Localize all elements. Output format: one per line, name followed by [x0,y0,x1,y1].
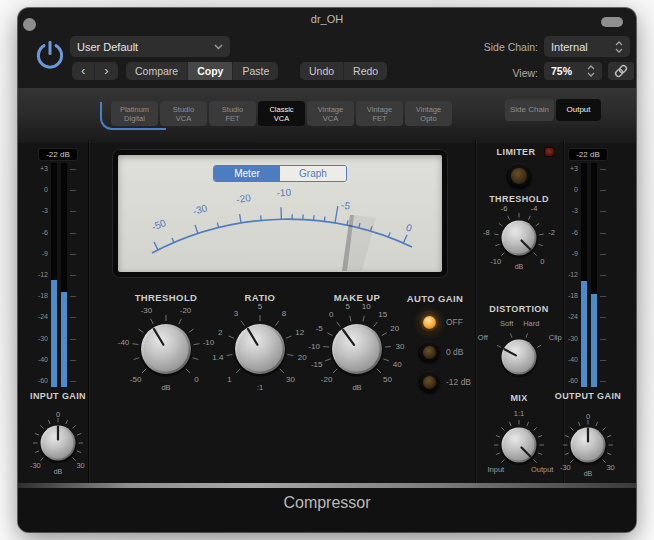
side-chain-button[interactable]: Side Chain [505,99,554,121]
window-close-button[interactable] [23,18,36,31]
led-on [423,316,436,329]
compare-button[interactable]: Compare [126,62,188,80]
tab-studio-fet[interactable]: StudioFET [209,101,256,126]
svg-text:3: 3 [234,309,239,318]
svg-text:30: 30 [286,375,295,384]
window-zoom-widget[interactable] [601,17,623,27]
meter-tick [70,233,76,234]
vu-scale-label: -50 [150,217,168,233]
plugin-window: dr_OH User Default Side Chain: Internal … [18,8,636,532]
meter-tick [70,275,76,276]
meter-tick [70,381,76,382]
meter-scale-label: -40 [26,356,48,364]
output-level-display: -22 dB [569,149,607,160]
svg-text:1: 1 [227,375,232,384]
meter-tick [600,211,606,212]
output-button[interactable]: Output [556,99,601,121]
meter-tick [70,169,76,170]
meter-scale-label: +3 [556,165,578,173]
prev-preset-button[interactable]: ‹ [72,62,95,80]
svg-text:30: 30 [76,461,84,470]
knob-dial: -6-4-8-2-100dB [469,188,569,288]
svg-text:40: 40 [393,360,402,369]
footer-bar: Compressor [18,488,636,532]
svg-text:1.4: 1.4 [212,353,224,362]
meter-bar [581,281,587,387]
view-zoom-value: 75% [551,65,572,77]
meter-scale-label: 0 [26,186,48,194]
compare-copy-paste-group: Compare Copy Paste [126,62,278,80]
side-chain-dropdown[interactable]: Internal [544,36,630,57]
tab-vintage-vca[interactable]: VintageVCA [307,101,354,126]
limiter-threshold-knob[interactable]: -6-4-8-2-100dB [469,188,569,292]
vu-display: MeterGraph -50-30-20-10-50 [113,150,447,277]
tab-vintage-opto[interactable]: VintageOpto [405,101,452,126]
limiter-button[interactable] [506,163,532,189]
meter-scale-label: +3 [26,165,48,173]
view-zoom-select[interactable]: 75% [544,62,602,80]
next-preset-button[interactable]: › [95,62,117,80]
ratio-knob[interactable]: 11.42358122030:1 [204,293,316,409]
knob-dial: 11.42358122030:1 [204,293,316,405]
vu-scale-label: -30 [192,202,209,217]
undo-button[interactable]: Undo [300,62,344,80]
svg-text:-5: -5 [316,324,324,333]
meter-scale-label: -3 [26,207,48,215]
view-label: View: [448,64,538,82]
vu-meter-scale: -50-30-20-10-50 [118,155,442,272]
meter-tick [70,317,76,318]
screen-background: dr_OH User Default Side Chain: Internal … [0,0,654,540]
meter-tick [600,254,606,255]
tab-studio-vca[interactable]: StudioVCA [160,101,207,126]
auto-gain-led-off[interactable] [418,311,440,333]
meter-scale-label: -18 [26,292,48,300]
svg-text:Off: Off [478,333,489,342]
knob-dial: 0-3030dB [538,395,636,495]
svg-text:dB: dB [161,383,170,392]
svg-text:-20: -20 [321,375,333,384]
input-level-display: -22 dB [39,149,77,160]
svg-text:-30: -30 [141,306,153,315]
svg-text:30: 30 [395,342,404,351]
svg-text:-10: -10 [308,342,320,351]
chevron-down-icon [214,44,223,50]
side-chain-label: Side Chain: [448,38,538,56]
chevron-updown-icon [587,65,595,77]
svg-text::1: :1 [257,383,263,392]
meter-tick [600,296,606,297]
svg-text:20: 20 [390,324,399,333]
meter-tick [600,317,606,318]
input-gain-knob[interactable]: 0-3030dB [18,393,108,497]
tab-platinum-digital[interactable]: PlatinumDigital [111,101,158,126]
meter-scale-label: -30 [26,335,48,343]
knob-dial: 0-3030dB [18,393,108,493]
svg-text:10: 10 [362,302,371,311]
input-level-meter: -22 dB +30-3-6-9-12-18-24-30-40-60 [26,149,90,391]
power-button-icon[interactable] [32,38,68,74]
copy-button[interactable]: Copy [188,62,233,80]
window-title: dr_OH [18,13,636,25]
makeup-knob[interactable]: -20-15-10-505101520304050dB [301,293,413,409]
svg-text:Hard: Hard [523,319,539,328]
meter-tick [70,360,76,361]
auto-gain-led-12-db[interactable] [418,371,440,393]
meter-tick [600,275,606,276]
tab-classic-vca[interactable]: ClassicVCA [258,101,305,126]
limiter-label: LIMITER [481,147,551,157]
auto-gain-led-0-db[interactable] [418,341,440,363]
svg-text:0: 0 [329,310,334,319]
svg-text:0: 0 [586,412,590,421]
redo-button[interactable]: Redo [344,62,387,80]
meter-tick [600,190,606,191]
meter-scale-label: -60 [26,377,48,385]
svg-text:15: 15 [378,310,387,319]
svg-text:-10: -10 [490,257,501,266]
meter-tick [70,254,76,255]
preset-dropdown[interactable]: User Default [70,36,230,57]
tab-vintage-fet[interactable]: VintageFET [356,101,403,126]
meter-tick [600,360,606,361]
link-button[interactable] [608,62,634,80]
meter-scale-label: -18 [556,292,578,300]
svg-text:-8: -8 [483,228,490,237]
paste-button[interactable]: Paste [233,62,278,80]
